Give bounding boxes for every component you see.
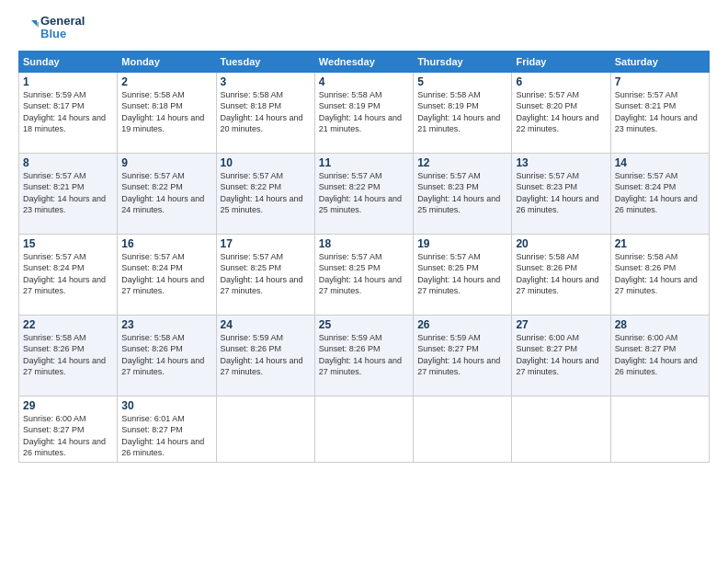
calendar-cell — [216, 396, 314, 462]
day-info: Sunrise: 5:57 AM Sunset: 8:23 PM Dayligh… — [516, 170, 606, 216]
day-number: 6 — [516, 75, 606, 88]
calendar-cell: 16 Sunrise: 5:57 AM Sunset: 8:24 PM Dayl… — [118, 234, 216, 315]
day-info: Sunrise: 6:00 AM Sunset: 8:27 PM Dayligh… — [516, 332, 606, 378]
day-number: 23 — [121, 318, 211, 331]
day-info: Sunrise: 5:57 AM Sunset: 8:21 PM Dayligh… — [615, 89, 705, 135]
calendar-cell: 5 Sunrise: 5:58 AM Sunset: 8:19 PM Dayli… — [414, 72, 512, 153]
day-info: Sunrise: 5:57 AM Sunset: 8:24 PM Dayligh… — [615, 170, 705, 216]
calendar-cell: 21 Sunrise: 5:58 AM Sunset: 8:26 PM Dayl… — [610, 234, 709, 315]
calendar-cell: 17 Sunrise: 5:57 AM Sunset: 8:25 PM Dayl… — [216, 234, 314, 315]
day-info: Sunrise: 5:58 AM Sunset: 8:26 PM Dayligh… — [121, 332, 211, 378]
calendar-cell: 11 Sunrise: 5:57 AM Sunset: 8:22 PM Dayl… — [314, 153, 413, 234]
day-number: 19 — [417, 237, 507, 250]
calendar-cell: 7 Sunrise: 5:57 AM Sunset: 8:21 PM Dayli… — [610, 72, 709, 153]
day-info: Sunrise: 5:58 AM Sunset: 8:19 PM Dayligh… — [319, 89, 409, 135]
day-info: Sunrise: 5:57 AM Sunset: 8:23 PM Dayligh… — [417, 170, 507, 216]
calendar-cell: 26 Sunrise: 5:59 AM Sunset: 8:27 PM Dayl… — [414, 315, 512, 396]
calendar-cell: 8 Sunrise: 5:57 AM Sunset: 8:21 PM Dayli… — [19, 153, 118, 234]
calendar-header-thursday: Thursday — [414, 51, 512, 72]
day-info: Sunrise: 5:57 AM Sunset: 8:20 PM Dayligh… — [516, 89, 606, 135]
day-info: Sunrise: 5:59 AM Sunset: 8:27 PM Dayligh… — [417, 332, 507, 378]
day-info: Sunrise: 5:58 AM Sunset: 8:19 PM Dayligh… — [417, 89, 507, 135]
day-number: 12 — [417, 156, 507, 169]
logo-general: General — [40, 15, 85, 28]
day-info: Sunrise: 5:57 AM Sunset: 8:25 PM Dayligh… — [221, 251, 311, 297]
logo-blue: Blue — [40, 28, 85, 40]
day-number: 11 — [319, 156, 409, 169]
day-number: 29 — [23, 399, 113, 412]
calendar-cell: 13 Sunrise: 5:57 AM Sunset: 8:23 PM Dayl… — [512, 153, 610, 234]
day-number: 27 — [516, 318, 606, 331]
day-info: Sunrise: 5:58 AM Sunset: 8:26 PM Dayligh… — [516, 251, 606, 297]
day-info: Sunrise: 6:01 AM Sunset: 8:27 PM Dayligh… — [121, 413, 211, 459]
calendar-header-tuesday: Tuesday — [216, 51, 314, 72]
calendar-cell: 10 Sunrise: 5:57 AM Sunset: 8:22 PM Dayl… — [216, 153, 314, 234]
day-number: 15 — [23, 237, 113, 250]
day-info: Sunrise: 6:00 AM Sunset: 8:27 PM Dayligh… — [615, 332, 705, 378]
calendar-cell: 23 Sunrise: 5:58 AM Sunset: 8:26 PM Dayl… — [118, 315, 216, 396]
calendar-header-wednesday: Wednesday — [314, 51, 413, 72]
day-info: Sunrise: 5:58 AM Sunset: 8:18 PM Dayligh… — [221, 89, 311, 135]
day-number: 22 — [23, 318, 113, 331]
calendar-cell: 15 Sunrise: 5:57 AM Sunset: 8:24 PM Dayl… — [19, 234, 118, 315]
calendar-cell: 3 Sunrise: 5:58 AM Sunset: 8:18 PM Dayli… — [216, 72, 314, 153]
day-info: Sunrise: 5:57 AM Sunset: 8:25 PM Dayligh… — [319, 251, 409, 297]
day-info: Sunrise: 5:59 AM Sunset: 8:26 PM Dayligh… — [319, 332, 409, 378]
day-info: Sunrise: 5:57 AM Sunset: 8:24 PM Dayligh… — [23, 251, 113, 297]
day-number: 2 — [121, 75, 211, 88]
calendar-cell — [610, 396, 709, 462]
day-info: Sunrise: 5:58 AM Sunset: 8:26 PM Dayligh… — [23, 332, 113, 378]
day-number: 26 — [417, 318, 507, 331]
calendar-cell: 1 Sunrise: 5:59 AM Sunset: 8:17 PM Dayli… — [19, 72, 118, 153]
day-number: 18 — [319, 237, 409, 250]
day-info: Sunrise: 5:58 AM Sunset: 8:26 PM Dayligh… — [615, 251, 705, 297]
calendar-cell — [512, 396, 610, 462]
day-number: 4 — [319, 75, 409, 88]
day-info: Sunrise: 5:57 AM Sunset: 8:21 PM Dayligh… — [23, 170, 113, 216]
calendar-header-monday: Monday — [118, 51, 216, 72]
day-number: 5 — [417, 75, 507, 88]
logo: General Blue — [18, 15, 85, 41]
calendar-cell: 4 Sunrise: 5:58 AM Sunset: 8:19 PM Dayli… — [314, 72, 413, 153]
header: General Blue — [18, 15, 710, 41]
day-number: 13 — [516, 156, 606, 169]
calendar-table: SundayMondayTuesdayWednesdayThursdayFrid… — [18, 51, 710, 463]
calendar-cell — [314, 396, 413, 462]
day-info: Sunrise: 5:57 AM Sunset: 8:24 PM Dayligh… — [121, 251, 211, 297]
day-info: Sunrise: 5:57 AM Sunset: 8:25 PM Dayligh… — [417, 251, 507, 297]
calendar-cell: 14 Sunrise: 5:57 AM Sunset: 8:24 PM Dayl… — [610, 153, 709, 234]
calendar-header-saturday: Saturday — [610, 51, 709, 72]
day-info: Sunrise: 5:58 AM Sunset: 8:18 PM Dayligh… — [121, 89, 211, 135]
calendar-cell: 18 Sunrise: 5:57 AM Sunset: 8:25 PM Dayl… — [314, 234, 413, 315]
day-number: 9 — [121, 156, 211, 169]
calendar-cell: 6 Sunrise: 5:57 AM Sunset: 8:20 PM Dayli… — [512, 72, 610, 153]
calendar-cell: 25 Sunrise: 5:59 AM Sunset: 8:26 PM Dayl… — [314, 315, 413, 396]
calendar-cell: 29 Sunrise: 6:00 AM Sunset: 8:27 PM Dayl… — [19, 396, 118, 462]
calendar-cell: 19 Sunrise: 5:57 AM Sunset: 8:25 PM Dayl… — [414, 234, 512, 315]
calendar-cell: 20 Sunrise: 5:58 AM Sunset: 8:26 PM Dayl… — [512, 234, 610, 315]
day-number: 1 — [23, 75, 113, 88]
calendar-header-sunday: Sunday — [19, 51, 118, 72]
calendar-cell: 9 Sunrise: 5:57 AM Sunset: 8:22 PM Dayli… — [118, 153, 216, 234]
day-number: 24 — [221, 318, 311, 331]
day-info: Sunrise: 5:57 AM Sunset: 8:22 PM Dayligh… — [121, 170, 211, 216]
day-info: Sunrise: 5:59 AM Sunset: 8:26 PM Dayligh… — [221, 332, 311, 378]
day-number: 14 — [615, 156, 705, 169]
calendar-cell: 28 Sunrise: 6:00 AM Sunset: 8:27 PM Dayl… — [610, 315, 709, 396]
calendar-cell — [414, 396, 512, 462]
calendar-cell: 24 Sunrise: 5:59 AM Sunset: 8:26 PM Dayl… — [216, 315, 314, 396]
day-number: 17 — [221, 237, 311, 250]
page: General Blue SundayMondayTuesdayWednesda… — [0, 0, 728, 563]
day-number: 21 — [615, 237, 705, 250]
calendar-cell: 22 Sunrise: 5:58 AM Sunset: 8:26 PM Dayl… — [19, 315, 118, 396]
calendar-cell: 2 Sunrise: 5:58 AM Sunset: 8:18 PM Dayli… — [118, 72, 216, 153]
day-info: Sunrise: 6:00 AM Sunset: 8:27 PM Dayligh… — [23, 413, 113, 459]
day-number: 28 — [615, 318, 705, 331]
calendar-cell: 30 Sunrise: 6:01 AM Sunset: 8:27 PM Dayl… — [118, 396, 216, 462]
logo-graphic-icon — [18, 17, 39, 38]
day-number: 3 — [221, 75, 311, 88]
day-info: Sunrise: 5:57 AM Sunset: 8:22 PM Dayligh… — [319, 170, 409, 216]
day-number: 30 — [121, 399, 211, 412]
calendar-cell: 12 Sunrise: 5:57 AM Sunset: 8:23 PM Dayl… — [414, 153, 512, 234]
day-number: 10 — [221, 156, 311, 169]
